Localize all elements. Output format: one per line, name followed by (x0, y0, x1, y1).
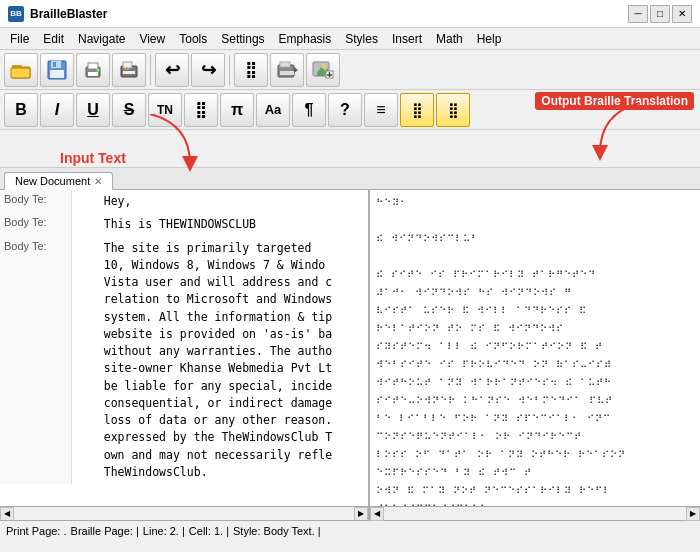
app-title: BrailleBlaster (30, 7, 107, 21)
row-label-1: Body Te: (0, 190, 72, 213)
right-pane[interactable]: ⠓⠑⠽⠂ ⠮ ⠺⠊⠝⠙⠕⠺⠎⠉⠇⠥⠃ ⠮ ⠎⠊⠞⠑ ⠊⠎ ⠏⠗⠊⠍⠁⠗⠊⠇⠽ ⠞… (370, 190, 700, 506)
svg-rect-2 (11, 68, 30, 78)
status-line: Line: 2. | (143, 525, 185, 537)
svg-rect-8 (88, 63, 98, 69)
svg-rect-9 (88, 72, 98, 76)
font-button[interactable]: Aa (256, 93, 290, 127)
save-button[interactable] (40, 53, 74, 87)
braille-line-18: ⠞⠓⠑⠺⠊⠝⠙⠕⠺⠎⠉⠇⠥⠃⠲ (376, 501, 694, 506)
braille-line-5: ⠮ ⠎⠊⠞⠑ ⠊⠎ ⠏⠗⠊⠍⠁⠗⠊⠇⠽ ⠞⠁⠗⠛⠑⠞⠑⠙ (376, 267, 694, 284)
braille-line-10: ⠺⠑⠃⠎⠊⠞⠑ ⠊⠎ ⠏⠗⠕⠧⠊⠙⠑⠙ ⠕⠝ ⠷⠁⠎⠤⠊⠎⠾ (376, 357, 694, 374)
output1-button[interactable]: ⣿ (400, 93, 434, 127)
hscroll-right-left-button[interactable]: ◀ (370, 507, 384, 521)
title-left: BB BrailleBlaster (8, 6, 107, 22)
menu-item-navigate[interactable]: Navigate (72, 30, 131, 48)
output2-button[interactable]: ⣿ (436, 93, 470, 127)
braille-line-1: ⠓⠑⠽⠂ (376, 195, 694, 212)
menu-item-emphasis[interactable]: Emphasis (273, 30, 338, 48)
menu-item-tools[interactable]: Tools (173, 30, 213, 48)
row-content-3[interactable]: The site is primarily targeted 10, Windo… (72, 237, 368, 485)
hscroll-area: ◀ ▶ ◀ ▶ (0, 506, 700, 520)
math-button[interactable]: π (220, 93, 254, 127)
row-content-2[interactable]: This is THEWINDOWSCLUB (72, 213, 368, 236)
trans-note-button[interactable]: TN (148, 93, 182, 127)
hscroll-right[interactable]: ◀ ▶ (370, 507, 700, 520)
content-area: Body Te: Hey, Body Te: This is THEWINDOW… (0, 190, 700, 506)
menu-item-styles[interactable]: Styles (339, 30, 384, 48)
hscroll-left-button[interactable]: ◀ (0, 507, 14, 520)
braille-line-4 (376, 249, 694, 266)
status-braille-page: Braille Page: | (71, 525, 139, 537)
braille-format-button[interactable]: ⣿ (234, 53, 268, 87)
svg-rect-17 (280, 62, 290, 67)
svg-rect-18 (280, 71, 294, 75)
print-button[interactable] (76, 53, 110, 87)
label-spacer (0, 130, 700, 168)
text-row-1: Body Te: Hey, (0, 190, 368, 213)
tab-label: New Document (15, 175, 90, 187)
bold-button[interactable]: B (4, 93, 38, 127)
menu-item-help[interactable]: Help (471, 30, 508, 48)
svg-point-10 (97, 68, 100, 71)
menu-item-edit[interactable]: Edit (37, 30, 70, 48)
text-row-2: Body Te: This is THEWINDOWSCLUB (0, 213, 368, 236)
undo-button[interactable]: ↩ (155, 53, 189, 87)
hscroll-right-button[interactable]: ▶ (354, 507, 368, 520)
separator2 (229, 55, 230, 85)
emboss2-button[interactable] (270, 53, 304, 87)
menu-item-view[interactable]: View (133, 30, 171, 48)
paragraph-button[interactable]: ¶ (292, 93, 326, 127)
title-controls: ─ □ ✕ (628, 5, 692, 23)
separator1 (150, 55, 151, 85)
minimize-button[interactable]: ─ (628, 5, 648, 23)
svg-rect-13 (123, 71, 135, 74)
svg-point-15 (127, 68, 129, 70)
open-button[interactable] (4, 53, 38, 87)
svg-rect-12 (123, 62, 132, 68)
braille-line-17: ⠕⠺⠝ ⠯ ⠍⠁⠽ ⠝⠕⠞ ⠝⠑⠉⠑⠎⠎⠁⠗⠊⠇⠽ ⠗⠑⠋⠇ (376, 483, 694, 500)
strikethrough-button[interactable]: S (112, 93, 146, 127)
close-button[interactable]: ✕ (672, 5, 692, 23)
status-bar: Print Page: . Braille Page: | Line: 2. |… (0, 520, 700, 540)
tab-bar: New Document ✕ (0, 168, 700, 190)
braille-line-9: ⠎⠽⠎⠞⠑⠍⠲ ⠁⠇⠇ ⠮ ⠊⠝⠋⠕⠗⠍⠁⠞⠊⠕⠝ ⠯ ⠞ (376, 339, 694, 356)
menu-item-insert[interactable]: Insert (386, 30, 428, 48)
hscroll-left-track[interactable] (16, 509, 352, 519)
status-cell: Cell: 1. | (189, 525, 229, 537)
emboss-button[interactable] (112, 53, 146, 87)
svg-point-14 (124, 68, 126, 70)
help-button[interactable]: ? (328, 93, 362, 127)
toolbar2: B I U S TN ⣿ π Aa ¶ ? ≡ ⣿ ⣿ Output Brail… (0, 90, 700, 130)
menu-item-math[interactable]: Math (430, 30, 469, 48)
export-button[interactable] (306, 53, 340, 87)
italic-button[interactable]: I (40, 93, 74, 127)
braille-line-7: ⠧⠊⠎⠞⠁ ⠥⠎⠑⠗ ⠯ ⠺⠊⠇⠇ ⠁⠙⠙⠗⠑⠎⠎ ⠯ (376, 303, 694, 320)
braille-line-3: ⠮ ⠺⠊⠝⠙⠕⠺⠎⠉⠇⠥⠃ (376, 231, 694, 248)
menu-item-file[interactable]: File (4, 30, 35, 48)
svg-point-22 (322, 64, 326, 68)
app-icon: BB (8, 6, 24, 22)
braille-line-13: ⠃⠑ ⠇⠊⠁⠃⠇⠑ ⠋⠕⠗ ⠁⠝⠽ ⠎⠏⠑⠉⠊⠁⠇⠂ ⠊⠝⠉ (376, 411, 694, 428)
row-label-3: Body Te: (0, 237, 72, 485)
list-button[interactable]: ≡ (364, 93, 398, 127)
braille-line-11: ⠺⠊⠞⠓⠕⠥⠞ ⠁⠝⠽ ⠺⠁⠗⠗⠁⠝⠞⠊⠑⠎⠲ ⠮ ⠁⠥⠞⠓ (376, 375, 694, 392)
menu-item-settings[interactable]: Settings (215, 30, 270, 48)
braille-line-6: ⠼⠁⠚⠂ ⠺⠊⠝⠙⠕⠺⠎ ⠓⠎ ⠺⠊⠝⠙⠕⠺⠎ ⠛ (376, 285, 694, 302)
tab-close-button[interactable]: ✕ (94, 176, 102, 187)
braille-dots-button[interactable]: ⣿ (184, 93, 218, 127)
braille-line-8: ⠗⠑⠇⠁⠞⠊⠕⠝ ⠞⠕ ⠍⠎ ⠯ ⠺⠊⠝⠙⠕⠺⠎ (376, 321, 694, 338)
redo-button[interactable]: ↪ (191, 53, 225, 87)
svg-rect-5 (53, 62, 56, 67)
left-pane[interactable]: Body Te: Hey, Body Te: This is THEWINDOW… (0, 190, 370, 506)
text-row-3: Body Te: The site is primarily targeted … (0, 237, 368, 485)
tab-new-document[interactable]: New Document ✕ (4, 172, 113, 190)
row-content-1[interactable]: Hey, (72, 190, 368, 213)
hscroll-left[interactable]: ◀ ▶ (0, 507, 370, 520)
svg-marker-19 (294, 67, 298, 73)
hscroll-right-right-button[interactable]: ▶ (686, 507, 700, 521)
toolbar2-wrapper: B I U S TN ⣿ π Aa ¶ ? ≡ ⣿ ⣿ Output Brail… (0, 90, 700, 130)
status-print-page: Print Page: . (6, 525, 67, 537)
maximize-button[interactable]: □ (650, 5, 670, 23)
hscroll-right-track[interactable] (386, 509, 684, 519)
underline-button[interactable]: U (76, 93, 110, 127)
